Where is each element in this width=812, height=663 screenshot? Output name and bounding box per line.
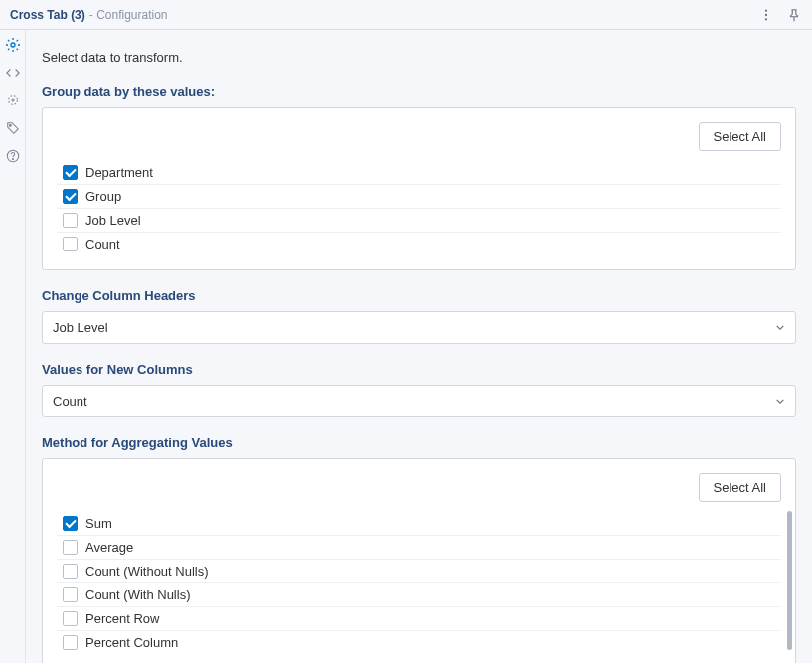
agg-panel-header: Select All xyxy=(43,459,795,512)
tool-title: Cross Tab (3) xyxy=(10,8,85,22)
more-icon[interactable] xyxy=(758,7,774,23)
checkbox[interactable] xyxy=(63,165,78,180)
list-item[interactable]: Sum xyxy=(57,512,781,536)
chevron-down-icon xyxy=(775,394,785,409)
header-right xyxy=(758,7,802,23)
group-checkbox-list: Department Group Job Level Count xyxy=(43,161,795,269)
checkbox-label: Average xyxy=(85,540,133,555)
checkbox-label: Group xyxy=(85,189,121,204)
checkbox[interactable] xyxy=(63,564,78,579)
checkbox-label: Department xyxy=(85,165,153,180)
tool-subtitle: - Configuration xyxy=(89,8,168,22)
list-item[interactable]: Count xyxy=(57,233,781,255)
group-select-all-button[interactable]: Select All xyxy=(699,122,781,151)
main-content: Select data to transform. Group data by … xyxy=(26,30,812,663)
values-new-select[interactable]: Count xyxy=(42,385,796,417)
agg-section-label: Method for Aggregating Values xyxy=(42,435,796,450)
config-header: Cross Tab (3) - Configuration xyxy=(0,0,812,30)
group-panel-header: Select All xyxy=(43,108,795,161)
target-icon[interactable] xyxy=(4,91,22,109)
sidebar xyxy=(0,30,26,663)
checkbox[interactable] xyxy=(63,635,78,650)
group-section-label: Group data by these values: xyxy=(42,84,796,99)
intro-text: Select data to transform. xyxy=(42,46,796,65)
svg-point-7 xyxy=(12,159,13,160)
svg-point-0 xyxy=(765,9,767,11)
checkbox[interactable] xyxy=(63,611,78,626)
checkbox[interactable] xyxy=(63,516,78,531)
checkbox-label: Count xyxy=(85,237,120,251)
pin-icon[interactable] xyxy=(786,7,802,23)
help-icon[interactable] xyxy=(4,147,22,165)
checkbox[interactable] xyxy=(63,237,78,251)
gear-icon[interactable] xyxy=(4,36,22,54)
list-item[interactable]: Average xyxy=(57,536,781,560)
checkbox[interactable] xyxy=(63,540,78,555)
list-item[interactable]: Percent Row xyxy=(57,607,781,631)
scrollbar[interactable] xyxy=(787,511,792,650)
checkbox[interactable] xyxy=(63,189,78,204)
header-left: Cross Tab (3) - Configuration xyxy=(10,8,168,22)
checkbox-label: Count (Without Nulls) xyxy=(85,564,209,579)
agg-panel: Select All Sum Average Count (Without Nu… xyxy=(42,458,796,663)
checkbox-label: Percent Row xyxy=(85,611,159,626)
checkbox[interactable] xyxy=(63,587,78,602)
checkbox[interactable] xyxy=(63,213,78,228)
svg-point-2 xyxy=(765,18,767,20)
tag-icon[interactable] xyxy=(4,119,22,137)
values-new-label: Values for New Columns xyxy=(42,362,796,377)
list-item[interactable]: Job Level xyxy=(57,209,781,233)
checkbox-label: Percent Column xyxy=(85,635,178,650)
list-item[interactable]: Group xyxy=(57,185,781,209)
select-value: Job Level xyxy=(43,312,795,343)
svg-point-3 xyxy=(11,43,15,47)
checkbox-label: Job Level xyxy=(85,213,141,228)
checkbox-label: Count (With Nulls) xyxy=(85,587,190,602)
list-item[interactable]: Department xyxy=(57,161,781,185)
code-icon[interactable] xyxy=(4,64,22,82)
checkbox-label: Sum xyxy=(85,516,112,531)
body: Select data to transform. Group data by … xyxy=(0,30,812,663)
chevron-down-icon xyxy=(775,320,785,335)
list-item[interactable]: Percent Column xyxy=(57,631,781,654)
change-headers-label: Change Column Headers xyxy=(42,288,796,303)
select-value: Count xyxy=(43,386,795,416)
agg-select-all-button[interactable]: Select All xyxy=(699,473,781,502)
svg-point-5 xyxy=(9,125,11,127)
svg-point-1 xyxy=(765,13,767,15)
group-panel: Select All Department Group Job Level C xyxy=(42,107,796,270)
list-item[interactable]: Count (Without Nulls) xyxy=(57,560,781,583)
change-headers-select[interactable]: Job Level xyxy=(42,311,796,344)
list-item[interactable]: Count (With Nulls) xyxy=(57,583,781,607)
agg-checkbox-list: Sum Average Count (Without Nulls) Count … xyxy=(43,512,795,663)
